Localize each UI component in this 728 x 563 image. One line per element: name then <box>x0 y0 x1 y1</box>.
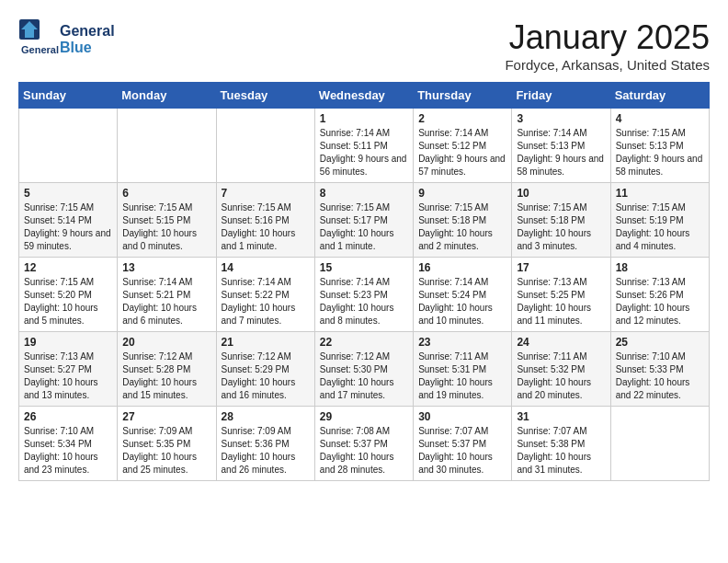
day-number: 10 <box>517 187 605 200</box>
calendar-cell <box>610 407 709 481</box>
calendar-cell: 22Sunrise: 7:12 AM Sunset: 5:30 PM Dayli… <box>314 332 413 407</box>
calendar-cell: 18Sunrise: 7:13 AM Sunset: 5:26 PM Dayli… <box>610 258 709 332</box>
calendar-cell: 27Sunrise: 7:09 AM Sunset: 5:35 PM Dayli… <box>118 407 216 481</box>
day-number: 1 <box>320 112 408 125</box>
calendar-cell: 26Sunrise: 7:10 AM Sunset: 5:34 PM Dayli… <box>19 407 118 481</box>
day-info: Sunrise: 7:12 AM Sunset: 5:30 PM Dayligh… <box>320 350 408 402</box>
day-number: 11 <box>616 187 704 200</box>
calendar-subtitle: Fordyce, Arkansas, United States <box>505 57 710 73</box>
day-number: 15 <box>320 261 408 274</box>
calendar-week-row: 19Sunrise: 7:13 AM Sunset: 5:27 PM Dayli… <box>19 332 710 407</box>
calendar-week-row: 1Sunrise: 7:14 AM Sunset: 5:11 PM Daylig… <box>19 109 710 183</box>
calendar-cell: 9Sunrise: 7:15 AM Sunset: 5:18 PM Daylig… <box>414 183 512 258</box>
calendar-cell: 6Sunrise: 7:15 AM Sunset: 5:15 PM Daylig… <box>118 183 216 258</box>
column-header-wednesday: Wednesday <box>314 83 413 109</box>
calendar-cell: 5Sunrise: 7:15 AM Sunset: 5:14 PM Daylig… <box>19 183 118 258</box>
day-number: 16 <box>418 261 506 274</box>
logo-general-text: General <box>60 23 115 40</box>
day-info: Sunrise: 7:14 AM Sunset: 5:23 PM Dayligh… <box>320 276 408 327</box>
day-info: Sunrise: 7:07 AM Sunset: 5:37 PM Dayligh… <box>418 425 506 477</box>
column-header-monday: Monday <box>118 83 216 109</box>
column-header-sunday: Sunday <box>19 83 118 109</box>
day-info: Sunrise: 7:15 AM Sunset: 5:20 PM Dayligh… <box>24 276 112 327</box>
day-number: 21 <box>222 336 310 349</box>
calendar-week-row: 12Sunrise: 7:15 AM Sunset: 5:20 PM Dayli… <box>19 258 710 332</box>
calendar-cell <box>19 109 118 183</box>
day-number: 24 <box>517 336 605 349</box>
logo-svg: General Blue <box>18 18 64 60</box>
day-info: Sunrise: 7:15 AM Sunset: 5:17 PM Dayligh… <box>320 201 408 253</box>
calendar-cell: 13Sunrise: 7:14 AM Sunset: 5:21 PM Dayli… <box>118 258 216 332</box>
calendar-cell: 30Sunrise: 7:07 AM Sunset: 5:37 PM Dayli… <box>414 407 512 481</box>
day-info: Sunrise: 7:10 AM Sunset: 5:33 PM Dayligh… <box>616 350 704 402</box>
calendar-cell: 20Sunrise: 7:12 AM Sunset: 5:28 PM Dayli… <box>118 332 216 407</box>
day-info: Sunrise: 7:15 AM Sunset: 5:14 PM Dayligh… <box>24 201 112 253</box>
calendar-cell: 21Sunrise: 7:12 AM Sunset: 5:29 PM Dayli… <box>216 332 314 407</box>
day-info: Sunrise: 7:09 AM Sunset: 5:36 PM Dayligh… <box>222 425 310 477</box>
calendar-week-row: 26Sunrise: 7:10 AM Sunset: 5:34 PM Dayli… <box>19 407 710 481</box>
calendar-cell <box>118 109 216 183</box>
column-header-thursday: Thursday <box>414 83 512 109</box>
calendar-cell: 23Sunrise: 7:11 AM Sunset: 5:31 PM Dayli… <box>414 332 512 407</box>
day-info: Sunrise: 7:12 AM Sunset: 5:28 PM Dayligh… <box>122 350 210 402</box>
day-info: Sunrise: 7:14 AM Sunset: 5:12 PM Dayligh… <box>418 127 506 178</box>
day-info: Sunrise: 7:14 AM Sunset: 5:11 PM Dayligh… <box>320 127 408 178</box>
day-number: 4 <box>616 112 704 125</box>
day-number: 9 <box>418 187 506 200</box>
calendar-cell: 24Sunrise: 7:11 AM Sunset: 5:32 PM Dayli… <box>512 332 610 407</box>
day-number: 31 <box>517 410 605 423</box>
day-number: 28 <box>222 410 310 423</box>
calendar-cell: 7Sunrise: 7:15 AM Sunset: 5:16 PM Daylig… <box>216 183 314 258</box>
calendar-cell: 25Sunrise: 7:10 AM Sunset: 5:33 PM Dayli… <box>610 332 709 407</box>
calendar-cell: 17Sunrise: 7:13 AM Sunset: 5:25 PM Dayli… <box>512 258 610 332</box>
day-info: Sunrise: 7:14 AM Sunset: 5:24 PM Dayligh… <box>418 276 506 327</box>
calendar-cell: 1Sunrise: 7:14 AM Sunset: 5:11 PM Daylig… <box>314 109 413 183</box>
calendar-cell: 11Sunrise: 7:15 AM Sunset: 5:19 PM Dayli… <box>610 183 709 258</box>
column-header-friday: Friday <box>512 83 610 109</box>
day-info: Sunrise: 7:15 AM Sunset: 5:19 PM Dayligh… <box>616 201 704 253</box>
day-info: Sunrise: 7:13 AM Sunset: 5:27 PM Dayligh… <box>24 350 112 402</box>
day-number: 12 <box>24 261 112 274</box>
svg-text:General: General <box>21 44 59 55</box>
day-info: Sunrise: 7:07 AM Sunset: 5:38 PM Dayligh… <box>517 425 605 477</box>
day-info: Sunrise: 7:11 AM Sunset: 5:31 PM Dayligh… <box>418 350 506 402</box>
day-number: 13 <box>122 261 210 274</box>
day-number: 20 <box>122 336 210 349</box>
day-info: Sunrise: 7:14 AM Sunset: 5:13 PM Dayligh… <box>517 127 605 178</box>
day-number: 29 <box>320 410 408 423</box>
day-number: 25 <box>616 336 704 349</box>
day-info: Sunrise: 7:15 AM Sunset: 5:13 PM Dayligh… <box>616 127 704 178</box>
day-number: 19 <box>24 336 112 349</box>
day-number: 14 <box>222 261 310 274</box>
calendar-title: January 2025 <box>505 18 710 57</box>
day-number: 17 <box>517 261 605 274</box>
calendar-table: SundayMondayTuesdayWednesdayThursdayFrid… <box>18 82 710 481</box>
day-info: Sunrise: 7:10 AM Sunset: 5:34 PM Dayligh… <box>24 425 112 477</box>
day-info: Sunrise: 7:12 AM Sunset: 5:29 PM Dayligh… <box>222 350 310 402</box>
column-header-saturday: Saturday <box>610 83 709 109</box>
day-info: Sunrise: 7:15 AM Sunset: 5:18 PM Dayligh… <box>517 201 605 253</box>
day-number: 23 <box>418 336 506 349</box>
calendar-cell: 12Sunrise: 7:15 AM Sunset: 5:20 PM Dayli… <box>19 258 118 332</box>
day-info: Sunrise: 7:09 AM Sunset: 5:35 PM Dayligh… <box>122 425 210 477</box>
calendar-cell: 31Sunrise: 7:07 AM Sunset: 5:38 PM Dayli… <box>512 407 610 481</box>
day-number: 22 <box>320 336 408 349</box>
day-number: 30 <box>418 410 506 423</box>
calendar-cell: 14Sunrise: 7:14 AM Sunset: 5:22 PM Dayli… <box>216 258 314 332</box>
day-number: 3 <box>517 112 605 125</box>
day-info: Sunrise: 7:15 AM Sunset: 5:15 PM Dayligh… <box>122 201 210 253</box>
day-info: Sunrise: 7:15 AM Sunset: 5:16 PM Dayligh… <box>222 201 310 253</box>
calendar-week-row: 5Sunrise: 7:15 AM Sunset: 5:14 PM Daylig… <box>19 183 710 258</box>
calendar-cell <box>216 109 314 183</box>
calendar-cell: 15Sunrise: 7:14 AM Sunset: 5:23 PM Dayli… <box>314 258 413 332</box>
column-header-tuesday: Tuesday <box>216 83 314 109</box>
day-info: Sunrise: 7:14 AM Sunset: 5:21 PM Dayligh… <box>122 276 210 327</box>
calendar-header-row: SundayMondayTuesdayWednesdayThursdayFrid… <box>19 83 710 109</box>
calendar-cell: 19Sunrise: 7:13 AM Sunset: 5:27 PM Dayli… <box>19 332 118 407</box>
calendar-cell: 4Sunrise: 7:15 AM Sunset: 5:13 PM Daylig… <box>610 109 709 183</box>
day-info: Sunrise: 7:15 AM Sunset: 5:18 PM Dayligh… <box>418 201 506 253</box>
day-number: 7 <box>222 187 310 200</box>
calendar-cell: 16Sunrise: 7:14 AM Sunset: 5:24 PM Dayli… <box>414 258 512 332</box>
calendar-cell: 2Sunrise: 7:14 AM Sunset: 5:12 PM Daylig… <box>414 109 512 183</box>
calendar-cell: 28Sunrise: 7:09 AM Sunset: 5:36 PM Dayli… <box>216 407 314 481</box>
